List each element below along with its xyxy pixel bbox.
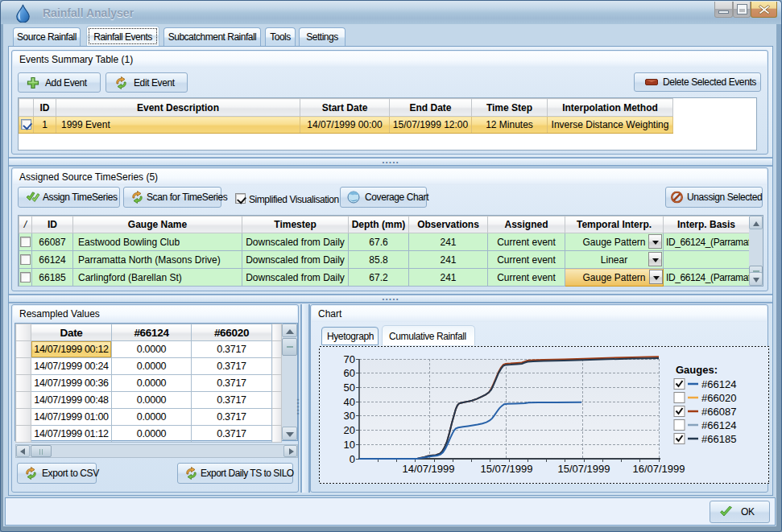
svg-text:50: 50 — [344, 381, 355, 394]
svg-text:70: 70 — [344, 353, 355, 365]
svg-text:#66124: #66124 — [701, 378, 736, 390]
svg-text:#66020: #66020 — [701, 392, 736, 404]
svg-text:16/07/1999: 16/07/1999 — [632, 463, 685, 475]
svg-text:15/07/1999: 15/07/1999 — [480, 463, 532, 475]
svg-text:20: 20 — [344, 424, 355, 436]
svg-text:14/07/1999: 14/07/1999 — [402, 463, 454, 475]
svg-text:10: 10 — [344, 439, 355, 451]
svg-text:40: 40 — [344, 396, 355, 408]
svg-text:Gauges:: Gauges: — [676, 364, 718, 376]
svg-text:#66124: #66124 — [701, 419, 736, 431]
svg-text:15/07/1999: 15/07/1999 — [557, 463, 610, 475]
svg-text:30: 30 — [344, 410, 355, 422]
svg-text:#66087: #66087 — [701, 406, 736, 418]
svg-text:#66185: #66185 — [701, 433, 736, 445]
svg-text:60: 60 — [344, 367, 355, 379]
svg-text:0: 0 — [350, 453, 355, 465]
